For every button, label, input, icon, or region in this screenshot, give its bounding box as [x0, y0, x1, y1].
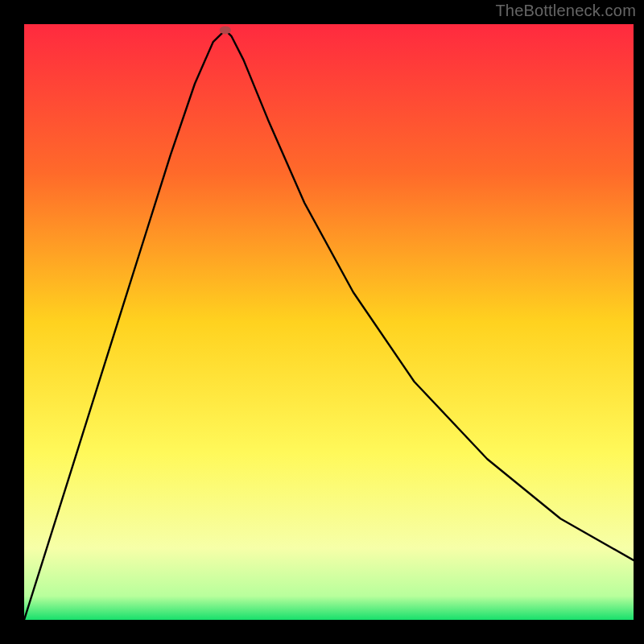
- marker-dot: [220, 26, 231, 34]
- watermark-text: TheBottleneck.com: [495, 2, 636, 20]
- plot-area: [24, 24, 634, 620]
- chart-svg: [24, 24, 634, 620]
- chart-stage: TheBottleneck.com: [0, 0, 644, 644]
- gradient-background: [24, 24, 634, 620]
